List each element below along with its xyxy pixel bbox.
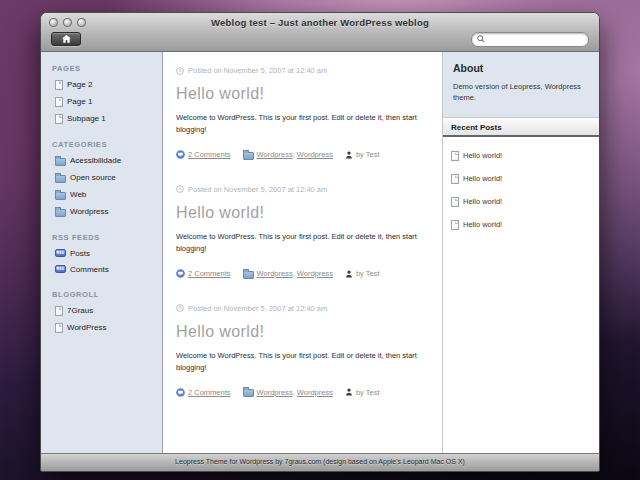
post-meta: 2 CommentsWordpress, Wordpressby Test [176,150,432,160]
post-title[interactable]: Hello world! [176,204,432,222]
post-meta: 2 CommentsWordpress, Wordpressby Test [176,269,432,279]
sidebar-section-title-rss-feeds: RSS FEEDS [52,233,156,242]
comments-link[interactable]: 2 Comments [188,150,231,159]
window-zoom-button[interactable] [77,18,86,27]
sidebar-item-page-2[interactable]: Page 2 [55,76,156,93]
sidebar-item-label: Page 2 [67,80,92,89]
traffic-lights [49,18,86,27]
page-body: PAGESPage 2Page 1Subpage 1CATEGORIESAces… [41,52,599,453]
browser-window: Weblog test – Just another WordPress web… [40,12,600,472]
folder-icon [55,175,66,183]
page-icon [55,80,63,90]
desktop-background: Weblog test – Just another WordPress web… [0,0,640,480]
link-icon [55,323,63,333]
sidebar-item-open-source[interactable]: Open source [55,169,156,186]
post-title[interactable]: Hello world! [176,323,432,341]
right-panel: About Demo version of Leopress, Wordpres… [443,52,599,453]
sidebar-item-label: Page 1 [67,97,92,106]
category-link-wordpress[interactable]: Wordpress [257,150,293,159]
sidebar-section-title-pages: PAGES [52,64,156,73]
home-icon [62,35,71,43]
sidebar-item-subpage-1[interactable]: Subpage 1 [55,110,156,127]
recent-post-item[interactable]: Hello world! [451,220,591,230]
post: Posted on November 5, 2007 at 12:40 amHe… [176,66,432,160]
recent-post-item[interactable]: Hello world! [451,174,591,184]
post-title[interactable]: Hello world! [176,85,432,103]
comments-link[interactable]: 2 Comments [188,388,231,397]
sidebar-item-label: Wordpress [70,207,109,216]
categories-meta: Wordpress, Wordpress [243,150,333,160]
sidebar-item-label: Acessibilidade [70,156,121,165]
category-links: Wordpress, Wordpress [257,388,333,397]
categories-meta: Wordpress, Wordpress [243,387,333,397]
sidebar-item-acessibilidade[interactable]: Acessibilidade [55,152,156,169]
window-chrome: Weblog test – Just another WordPress web… [41,13,599,52]
main-content: Posted on November 5, 2007 at 12:40 amHe… [163,52,443,453]
sidebar-item-wordpress[interactable]: Wordpress [55,203,156,220]
titlebar[interactable]: Weblog test – Just another WordPress web… [41,13,599,31]
recent-post-title: Hello world! [463,220,502,229]
post-date-text: Posted on November 5, 2007 at 12:40 am [188,185,327,194]
folder-icon [55,209,66,217]
sidebar-item-label: WordPress [67,323,106,332]
comments-meta: 2 Comments [176,150,231,159]
comment-icon [176,269,185,278]
recent-posts-list: Hello world!Hello world!Hello world!Hell… [443,137,599,243]
author-meta: by Test [345,388,380,397]
author-icon [345,388,353,396]
sidebar-item-label: Subpage 1 [67,114,106,123]
folder-icon [243,271,254,279]
page-icon [55,114,63,124]
category-link-wordpress[interactable]: Wordpress [297,388,333,397]
search-field[interactable] [471,32,589,47]
author-meta: by Test [345,150,380,159]
home-button[interactable] [51,32,81,46]
window-close-button[interactable] [49,18,58,27]
recent-post-title: Hello world! [463,151,502,160]
category-link-wordpress[interactable]: Wordpress [257,388,293,397]
sidebar-item-posts[interactable]: RSSPosts [55,245,156,261]
category-link-wordpress[interactable]: Wordpress [297,269,333,278]
category-links: Wordpress, Wordpress [257,150,333,159]
post-date: Posted on November 5, 2007 at 12:40 am [176,185,432,194]
comments-meta: 2 Comments [176,388,231,397]
about-widget: About Demo version of Leopress, Wordpres… [443,52,599,118]
sidebar-item-7graus[interactable]: 7Graus [55,302,156,319]
post-body: Welcome to WordPress. This is your first… [176,231,432,256]
recent-post-title: Hello world! [463,197,502,206]
sidebar-item-page-1[interactable]: Page 1 [55,93,156,110]
comment-icon [176,150,185,159]
clock-icon [176,304,184,312]
category-link-wordpress[interactable]: Wordpress [297,150,333,159]
post-body: Welcome to WordPress. This is your first… [176,350,432,375]
rss-icon: RSS [55,265,66,273]
window-title: Weblog test – Just another WordPress web… [41,13,599,32]
category-link-wordpress[interactable]: Wordpress [257,269,293,278]
window-minimize-button[interactable] [63,18,72,27]
sidebar-item-label: Comments [70,265,109,274]
search-icon [477,35,485,43]
sidebar-item-comments[interactable]: RSSComments [55,261,156,277]
comments-link[interactable]: 2 Comments [188,269,231,278]
author-icon [345,151,353,159]
recent-post-item[interactable]: Hello world! [451,151,591,161]
page-icon [451,174,459,184]
search-input[interactable] [488,34,583,45]
page-icon [451,151,459,161]
post-author: by Test [356,150,380,159]
comment-icon [176,388,185,397]
about-title: About [453,62,589,74]
about-text: Demo version of Leopress, Wordpress them… [453,81,589,104]
sidebar-section-title-blogroll: BLOGROLL [52,290,156,299]
page-icon [55,97,63,107]
sidebar-item-wordpress[interactable]: WordPress [55,319,156,336]
author-icon [345,270,353,278]
sidebar-item-web[interactable]: Web [55,186,156,203]
clock-icon [176,67,184,75]
sidebar-item-label: Web [70,190,86,199]
recent-posts-header: Recent Posts [443,118,599,137]
post-body: Welcome to WordPress. This is your first… [176,112,432,137]
folder-icon [243,389,254,397]
page-icon [451,197,459,207]
recent-post-item[interactable]: Hello world! [451,197,591,207]
